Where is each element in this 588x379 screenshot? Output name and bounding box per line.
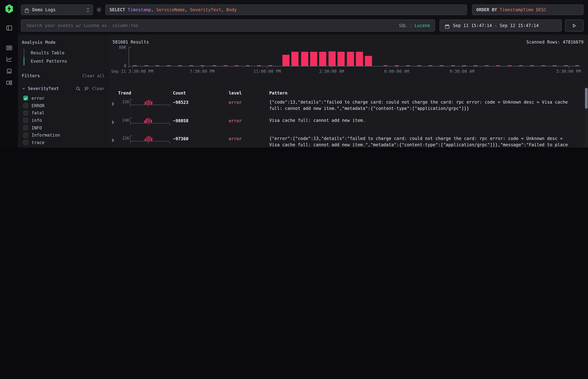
filter-group-header-severitytext[interactable]: SeverityTextClear bbox=[22, 85, 105, 92]
trend-cell: 24K bbox=[118, 116, 173, 134]
analysis-mode-results-table[interactable]: Results Table bbox=[24, 49, 105, 57]
table-row[interactable]: 22K~97360error{"error":{"code":13,"detai… bbox=[109, 134, 584, 148]
histogram-minor-bar bbox=[474, 65, 478, 66]
app-logo-icon[interactable] bbox=[4, 4, 14, 14]
results-area: 581601 Results Scanned Rows: 47816679 80… bbox=[109, 34, 588, 148]
sidebar-toggle-icon[interactable] bbox=[6, 25, 12, 31]
gear-icon[interactable] bbox=[96, 7, 102, 13]
checkbox-checked[interactable] bbox=[23, 96, 28, 101]
histogram-minor-bar bbox=[451, 65, 455, 66]
filter-items-severitytext: errorERRORfatalinfoINFOInformationtracew… bbox=[22, 95, 105, 148]
histogram-bar[interactable] bbox=[356, 52, 363, 66]
histogram-bar[interactable] bbox=[292, 52, 299, 66]
histogram-bar[interactable] bbox=[310, 52, 317, 66]
x-axis-label: 6:00:00 AM bbox=[384, 69, 409, 74]
checkbox-unchecked[interactable] bbox=[23, 118, 28, 123]
histogram-bar[interactable] bbox=[301, 52, 308, 66]
x-axis-tick bbox=[397, 66, 397, 68]
left-rail: ? U bbox=[0, 0, 18, 148]
table-row[interactable]: 24K~98058errorVisa cache full: cannot ad… bbox=[109, 116, 584, 134]
pattern-cell[interactable]: {"code":13,"details":"failed to charge c… bbox=[269, 98, 584, 116]
chevron-updown-icon bbox=[86, 7, 90, 12]
histogram-bar[interactable] bbox=[365, 56, 372, 66]
language-option-sql[interactable]: SQL bbox=[399, 23, 407, 28]
trend-ymax-label: 22K bbox=[118, 135, 129, 148]
clear-filter-button[interactable]: Clear bbox=[92, 86, 105, 91]
checkbox-unchecked[interactable] bbox=[23, 147, 28, 148]
histogram-minor-bar bbox=[133, 65, 137, 66]
histogram-bar[interactable] bbox=[319, 52, 326, 66]
checkbox-unchecked[interactable] bbox=[23, 133, 28, 138]
pattern-cell[interactable]: {"error":{"code":13,"details":"failed to… bbox=[269, 134, 584, 148]
sparkline-bar bbox=[146, 137, 147, 141]
clear-all-filters-button[interactable]: Clear all bbox=[82, 73, 105, 78]
vertical-scrollbar-thumb[interactable] bbox=[585, 88, 588, 109]
chevron-down-icon[interactable] bbox=[22, 87, 26, 90]
search-icon[interactable] bbox=[76, 86, 80, 91]
pin-icon[interactable] bbox=[84, 86, 89, 91]
checkbox-unchecked[interactable] bbox=[23, 103, 28, 108]
search-bar: SQL|Lucene bbox=[21, 20, 435, 32]
expand-row-chevron-icon[interactable] bbox=[109, 98, 118, 116]
histogram-minor-bar bbox=[496, 65, 500, 66]
query-token: , bbox=[151, 7, 156, 12]
analysis-mode-event-patterns[interactable]: Event Patterns bbox=[24, 57, 105, 65]
sparkline-bar bbox=[145, 102, 146, 105]
vertical-scrollbar[interactable] bbox=[585, 87, 588, 148]
column-header-pattern[interactable]: ⋮Pattern bbox=[269, 88, 584, 96]
column-separator-icon[interactable]: ⋮ bbox=[265, 90, 270, 95]
app: ? U Demo Logs SELECT Timestamp, ServiceN… bbox=[0, 0, 588, 148]
filter-option-error[interactable]: error bbox=[22, 95, 105, 102]
filters-panel: Analysis Mode Results TableEvent Pattern… bbox=[18, 34, 109, 148]
histogram-bar[interactable] bbox=[328, 51, 336, 66]
language-option-lucene[interactable]: Lucene bbox=[415, 23, 430, 28]
sparkline-bar bbox=[146, 119, 147, 123]
column-header-trend[interactable]: Trend bbox=[118, 88, 173, 96]
select-query-tokens: Timestamp, ServiceName, SeverityText, Bo… bbox=[128, 7, 237, 12]
logs-icon[interactable] bbox=[6, 45, 12, 51]
checkbox-unchecked[interactable] bbox=[23, 111, 28, 115]
run-query-button[interactable] bbox=[565, 20, 584, 32]
select-query-input[interactable]: SELECT Timestamp, ServiceName, SeverityT… bbox=[105, 4, 467, 15]
expand-row-chevron-icon[interactable] bbox=[109, 134, 118, 148]
services-icon[interactable] bbox=[6, 68, 12, 74]
chart-icon[interactable] bbox=[6, 56, 12, 63]
histogram-bar[interactable] bbox=[282, 55, 290, 66]
filter-option-warn[interactable]: warn bbox=[22, 146, 105, 148]
x-axis-tick bbox=[267, 66, 268, 68]
date-range-picker[interactable]: Sep 11 15:47:14 - Sep 12 15:47:14 bbox=[439, 20, 562, 32]
table-header: Trend ⋮Count ⋮level ⋮Pattern bbox=[109, 88, 584, 98]
filter-option-label: trace bbox=[31, 140, 45, 145]
filter-option-trace[interactable]: trace bbox=[22, 139, 105, 146]
checkbox-unchecked[interactable] bbox=[23, 140, 28, 145]
histogram-bar[interactable] bbox=[338, 52, 345, 66]
analysis-mode-list: Results TableEvent Patterns bbox=[24, 49, 105, 65]
histogram-minor-bar bbox=[564, 65, 568, 66]
column-header-count[interactable]: ⋮Count bbox=[173, 88, 229, 96]
histogram-minor-bar bbox=[395, 65, 399, 66]
events-histogram[interactable]: 80K 0 Sep 11 3:30:00 PM7:30:00 PM11:00:0… bbox=[109, 46, 584, 75]
orderby-input[interactable]: ORDER BY TimestampTime DESC bbox=[472, 4, 584, 15]
histogram-minor-bar bbox=[235, 65, 238, 66]
column-separator-icon[interactable]: ⋮ bbox=[225, 90, 230, 95]
sparkline-bar bbox=[146, 100, 147, 105]
table-row[interactable]: 22K~98523error{"code":13,"details":"fail… bbox=[109, 98, 584, 116]
filter-option-info[interactable]: info bbox=[22, 117, 105, 124]
pattern-cell[interactable]: Visa cache full: cannot add new item. bbox=[269, 116, 584, 134]
column-header-level[interactable]: ⋮level bbox=[229, 88, 269, 96]
filter-option-fatal[interactable]: fatal bbox=[22, 109, 105, 117]
trend-ymax-label: 22K bbox=[118, 99, 129, 116]
search-input[interactable] bbox=[26, 22, 399, 29]
checkbox-unchecked[interactable] bbox=[23, 125, 28, 130]
column-separator-icon[interactable]: ⋮ bbox=[169, 90, 174, 95]
source-selector[interactable]: Demo Logs bbox=[21, 4, 93, 15]
level-cell: error bbox=[229, 134, 269, 148]
level-cell: error bbox=[229, 98, 269, 116]
dashboards-icon[interactable] bbox=[6, 79, 12, 86]
filter-option-information[interactable]: Information bbox=[22, 131, 105, 139]
filter-option-info[interactable]: INFO bbox=[22, 124, 105, 131]
histogram-bar[interactable] bbox=[347, 52, 354, 66]
filter-option-label: info bbox=[31, 118, 42, 123]
filter-option-error[interactable]: ERROR bbox=[22, 102, 105, 110]
expand-row-chevron-icon[interactable] bbox=[109, 116, 118, 134]
